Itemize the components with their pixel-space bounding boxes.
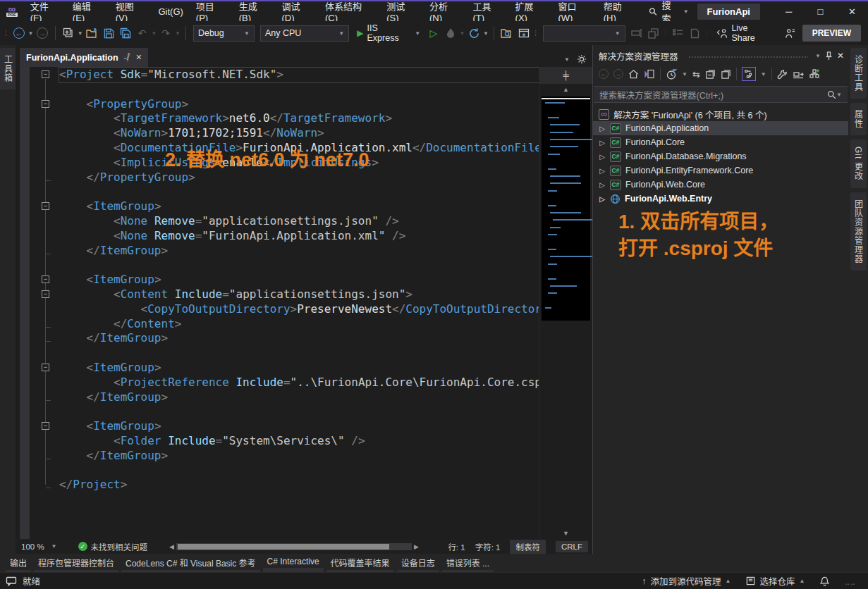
project-tree-item[interactable]: ▷C#FurionApi.Core [593, 135, 848, 149]
code-line[interactable]: <CopyToOutputDirectory>PreserveNewest</C… [59, 302, 539, 317]
menu-item[interactable]: 体系结构(C) [319, 1, 380, 21]
se-sync-dropdown[interactable]: ▼ [761, 71, 766, 78]
solution-explorer-search[interactable]: 搜索解决方案资源管理器(Ctrl+;) ▼ [594, 86, 848, 103]
se-home-icon[interactable] [628, 69, 639, 79]
editor-options-gear-icon[interactable] [577, 54, 587, 64]
code-line[interactable]: <None Remove="FurionApi.Application.xml"… [59, 229, 539, 244]
restart-dropdown[interactable]: ▼ [483, 30, 489, 37]
se-filter-dropdown[interactable]: ▼ [682, 71, 687, 78]
se-back-icon[interactable]: ← [599, 69, 609, 79]
se-search-dropdown[interactable]: ▼ [836, 92, 842, 98]
fold-collapse-icon[interactable]: − [42, 275, 49, 283]
se-add-item-icon[interactable] [809, 69, 820, 80]
se-forward-icon[interactable]: → [613, 69, 623, 79]
project-tree-item[interactable]: ▷FurionApi.Web.Entry [593, 192, 848, 206]
restart-app-icon[interactable] [466, 25, 482, 42]
fold-collapse-icon[interactable]: − [42, 70, 49, 78]
se-properties-pages-icon[interactable] [721, 69, 731, 80]
preview-changes-icon[interactable] [645, 25, 661, 42]
project-tree-item[interactable]: ▷C#FurionApi.Web.Core [593, 178, 848, 192]
panel-options-icon[interactable]: ▼ [815, 53, 821, 59]
tool-window-tab[interactable]: 诊断工具 [850, 48, 867, 99]
menu-item[interactable]: Git(G) [152, 1, 189, 21]
notifications-bell-icon[interactable] [820, 576, 829, 586]
open-file-icon[interactable] [85, 25, 100, 42]
minimize-button[interactable]: ─ [773, 1, 805, 21]
splitter-handle-icon[interactable]: ╪ [539, 67, 592, 84]
scroll-up-icon[interactable]: ▲ [539, 84, 592, 95]
fold-collapse-icon[interactable]: − [42, 422, 49, 430]
menu-item[interactable]: 文件(F) [24, 1, 66, 21]
menu-item[interactable]: 调试(D) [275, 1, 319, 21]
se-properties-wrench-icon[interactable] [777, 69, 788, 80]
redo-dropdown[interactable]: ▼ [175, 30, 181, 37]
se-show-all-files-icon[interactable] [793, 70, 804, 79]
project-tree-item[interactable]: ▷C#FurionApi.EntityFramework.Core [593, 163, 848, 178]
code-line[interactable] [59, 346, 539, 361]
menu-item[interactable]: 项目(P) [190, 1, 233, 21]
code-line[interactable]: </Content> [59, 317, 539, 332]
select-repository-button[interactable]: 选择仓库 ▲ [746, 574, 805, 588]
project-tree-item[interactable]: ▷C#FurionApi.Application [593, 121, 848, 135]
code-health-indicator[interactable]: ✓ 未找到相关问题 [78, 541, 148, 552]
menu-item[interactable]: 分析(N) [423, 1, 467, 21]
hot-reload-dropdown[interactable]: ▼ [459, 30, 465, 37]
horizontal-scrollbar[interactable]: ◀ ▶ [167, 543, 421, 550]
solution-name-chip[interactable]: FurionApi [697, 4, 760, 20]
code-line[interactable] [59, 185, 539, 199]
close-button[interactable]: ✕ [836, 1, 868, 21]
start-without-debugging-icon[interactable]: ▷ [426, 25, 441, 42]
editor-fold-margin[interactable]: −−−−−−− [39, 67, 52, 539]
code-line[interactable]: <TargetFramework>net6.0</TargetFramework… [59, 111, 539, 126]
document-outline-icon[interactable] [687, 25, 703, 42]
menu-item[interactable]: 帮助(H) [597, 1, 641, 21]
scroll-right-icon[interactable]: ▶ [412, 543, 421, 550]
hot-reload-icon[interactable] [443, 25, 458, 42]
code-line[interactable]: </ItemGroup> [59, 331, 539, 346]
code-line[interactable]: <ItemGroup> [59, 361, 539, 376]
code-line[interactable]: </Project> [59, 478, 539, 492]
code-editor[interactable]: −−−−−−− <Project Sdk="Microsoft.NET.Sdk"… [16, 67, 539, 539]
code-line[interactable]: <Project Sdk="Microsoft.NET.Sdk"> [59, 68, 539, 82]
panel-pin-icon[interactable] [825, 51, 833, 61]
navigate-forward-icon[interactable]: → [35, 25, 50, 42]
se-pending-changes-filter-icon[interactable] [666, 69, 677, 80]
resize-grip[interactable]: ⣀⣀ [845, 577, 855, 585]
scroll-left-icon[interactable]: ◀ [167, 543, 176, 550]
se-switch-views-icon[interactable] [644, 69, 655, 80]
hscroll-thumb[interactable] [178, 544, 389, 550]
fold-collapse-icon[interactable]: − [42, 364, 49, 371]
document-tab[interactable]: FurionApi.Application -𝅂 ✕ [20, 48, 148, 67]
menu-item[interactable]: 生成(B) [233, 1, 276, 21]
scroll-down-icon[interactable]: ▼ [539, 528, 592, 539]
solution-platform-select[interactable]: Any CPU▼ [260, 25, 349, 42]
new-project-icon[interactable] [61, 25, 76, 42]
se-sync-icon[interactable]: ⇆ [692, 69, 700, 80]
rename-icon[interactable] [629, 25, 644, 42]
code-line[interactable]: <ItemGroup> [59, 419, 539, 434]
empty-combobox[interactable]: ▼ [543, 25, 625, 42]
solution-configuration-select[interactable]: Debug▼ [193, 25, 255, 42]
expand-chevron-icon[interactable]: ▷ [599, 139, 606, 147]
undo-dropdown[interactable]: ▼ [151, 30, 157, 37]
code-line[interactable] [59, 404, 539, 419]
se-collapse-all-icon[interactable] [705, 69, 716, 80]
eol-indicator[interactable]: CRLF [556, 541, 588, 552]
tool-window-tab[interactable]: 属性 [850, 103, 867, 135]
project-tree-item[interactable]: ▷C#FurionApi.Database.Migrations [593, 149, 848, 163]
feedback-bubble-icon[interactable] [6, 576, 17, 586]
panel-drag-handle[interactable] [688, 56, 809, 59]
tabs-mode-indicator[interactable]: 制表符 [510, 540, 546, 554]
menu-item[interactable]: 扩展(X) [509, 1, 552, 21]
active-files-dropdown-icon[interactable]: ▼ [564, 56, 570, 63]
redo-icon[interactable]: ↷ [158, 25, 173, 42]
editor-scrollbar-minimap[interactable]: ╪ ▲ ▼ [539, 67, 592, 539]
code-line[interactable]: </PropertyGroup> [59, 170, 539, 185]
code-line[interactable] [59, 258, 539, 273]
tab-close-icon[interactable]: ✕ [135, 53, 142, 62]
expand-chevron-icon[interactable]: ▷ [599, 167, 606, 175]
start-debugging-button[interactable]: ▶ IIS Express ▼ [353, 25, 424, 42]
code-line[interactable]: <ProjectReference Include="..\FurionApi.… [59, 376, 539, 390]
code-line[interactable]: <PropertyGroup> [59, 97, 539, 112]
task-list-icon[interactable] [671, 25, 686, 42]
